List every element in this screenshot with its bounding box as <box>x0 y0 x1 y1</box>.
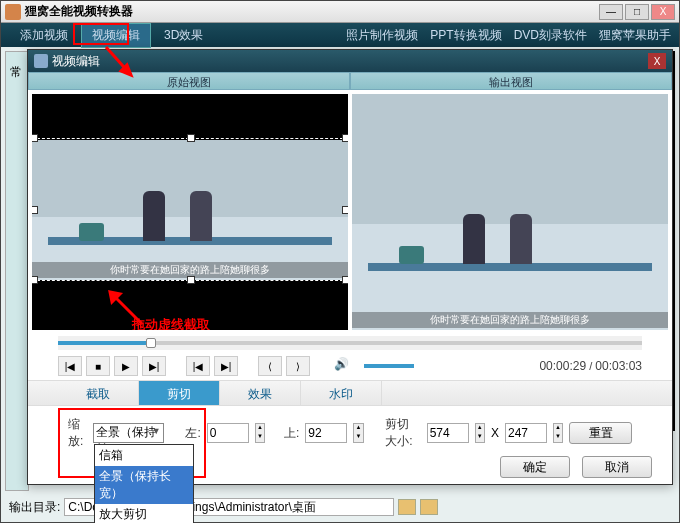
width-input[interactable] <box>427 423 469 443</box>
link-apple-helper[interactable]: 狸窝苹果助手 <box>599 27 671 44</box>
tab-watermark[interactable]: 水印 <box>301 381 382 405</box>
next-button[interactable]: ▶| <box>142 356 166 376</box>
height-spinner[interactable]: ▲▼ <box>553 423 563 443</box>
video-editor-modal: 视频编辑 X 原始视图 输出视图 你时常要在她回家的路上陪她聊很多 拖动虚线截取… <box>27 49 673 485</box>
left-input[interactable] <box>207 423 249 443</box>
close-button[interactable]: X <box>651 4 675 20</box>
mark-out-button[interactable]: ⟩ <box>286 356 310 376</box>
output-dir-label: 输出目录: <box>9 499 60 516</box>
timeline-slider[interactable] <box>58 336 642 350</box>
arrow-to-modal-icon <box>101 45 141 85</box>
step-fwd-button[interactable]: ▶| <box>214 356 238 376</box>
app-title: 狸窝全能视频转换器 <box>25 3 599 20</box>
ok-button[interactable]: 确定 <box>500 456 570 478</box>
open-folder-icon[interactable] <box>420 499 438 515</box>
tab-crop[interactable]: 剪切 <box>139 381 220 405</box>
zoom-option-zoom-crop[interactable]: 放大剪切 <box>95 504 193 523</box>
step-back-button[interactable]: |◀ <box>186 356 210 376</box>
left-spinner[interactable]: ▲▼ <box>255 423 265 443</box>
zoom-option-letterbox[interactable]: 信箱 <box>95 445 193 466</box>
top-input[interactable] <box>305 423 347 443</box>
main-titlebar: 狸窝全能视频转换器 — □ X <box>1 1 679 23</box>
main-menubar: 添加视频 视频编辑 3D效果 照片制作视频 PPT转换视频 DVD刻录软件 狸窝… <box>1 23 679 47</box>
link-photo-video[interactable]: 照片制作视频 <box>346 27 418 44</box>
tab-effect[interactable]: 效果 <box>220 381 301 405</box>
tab-3d-effect[interactable]: 3D效果 <box>153 23 214 48</box>
zoom-label: 缩放: <box>68 416 87 450</box>
stop-button[interactable]: ■ <box>86 356 110 376</box>
prev-button[interactable]: |◀ <box>58 356 82 376</box>
original-preview[interactable]: 你时常要在她回家的路上陪她聊很多 拖动虚线截取 <box>32 94 348 330</box>
browse-folder-icon[interactable] <box>398 499 416 515</box>
maximize-button[interactable]: □ <box>625 4 649 20</box>
play-button[interactable]: ▶ <box>114 356 138 376</box>
zoom-option-panorama[interactable]: 全景（保持长宽） <box>95 466 193 504</box>
reset-button[interactable]: 重置 <box>569 422 632 444</box>
volume-slider[interactable] <box>364 364 414 368</box>
arrow-annotation-icon <box>102 284 152 330</box>
app-icon <box>5 4 21 20</box>
modal-icon <box>34 54 48 68</box>
preview-header-output: 输出视图 <box>350 72 672 90</box>
preview-header-original: 原始视图 <box>28 72 350 90</box>
left-sidebar: 常 <box>5 51 29 491</box>
modal-title: 视频编辑 <box>52 53 100 70</box>
volume-icon[interactable]: 🔊 <box>334 357 352 375</box>
size-label: 剪切大小: <box>385 416 420 450</box>
minimize-button[interactable]: — <box>599 4 623 20</box>
top-label: 上: <box>284 425 299 442</box>
modal-close-button[interactable]: X <box>648 53 666 69</box>
height-input[interactable] <box>505 423 547 443</box>
tab-video-edit[interactable]: 视频编辑 <box>81 23 151 48</box>
cancel-button[interactable]: 取消 <box>582 456 652 478</box>
link-ppt-video[interactable]: PPT转换视频 <box>430 27 501 44</box>
tab-add-video[interactable]: 添加视频 <box>9 23 79 48</box>
zoom-select[interactable]: 全景（保持长... 信箱 全景（保持长宽） 放大剪切 <box>93 423 164 443</box>
tab-trim[interactable]: 截取 <box>58 381 139 405</box>
left-label: 左: <box>185 425 200 442</box>
zoom-dropdown: 信箱 全景（保持长宽） 放大剪切 <box>94 444 194 523</box>
width-spinner[interactable]: ▲▼ <box>475 423 485 443</box>
top-spinner[interactable]: ▲▼ <box>353 423 363 443</box>
time-display: 00:00:29 / 00:03:03 <box>539 359 642 373</box>
link-dvd-burn[interactable]: DVD刻录软件 <box>514 27 587 44</box>
mark-in-button[interactable]: ⟨ <box>258 356 282 376</box>
output-preview: 你时常要在她回家的路上陪她聊很多 <box>352 94 668 330</box>
